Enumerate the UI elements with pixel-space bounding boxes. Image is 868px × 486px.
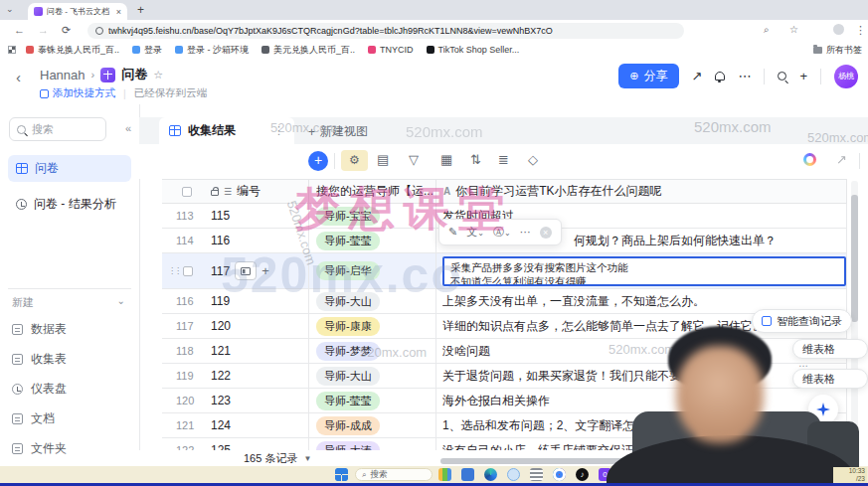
mentor-tag[interactable]: 导师-大山	[316, 367, 380, 386]
new-item-form[interactable]: 收集表	[12, 351, 67, 368]
new-item-folder[interactable]: 文件夹	[12, 440, 67, 457]
auto-format-icon[interactable]: Ⓐ⌄	[493, 225, 511, 240]
bookmark-star-icon[interactable]: ☆	[789, 24, 798, 35]
row-height-icon[interactable]: ≣	[498, 152, 509, 167]
lens-icon[interactable]: ⌕	[764, 24, 770, 36]
favorite-star-icon[interactable]: ☆	[153, 69, 163, 81]
smart-query-pill[interactable]: 智能查询记录	[752, 309, 852, 333]
refresh-icon[interactable]: ⟳	[62, 24, 71, 37]
notifications-bell-icon[interactable]	[715, 72, 725, 81]
create-plus-icon[interactable]: +	[799, 69, 807, 83]
forward-share-icon[interactable]: ↗	[692, 69, 703, 83]
search-icon[interactable]	[778, 72, 786, 81]
edge-icon[interactable]	[484, 468, 497, 481]
start-button-icon[interactable]	[335, 468, 348, 481]
close-icon[interactable]: ×	[540, 227, 552, 239]
chevron-down-icon[interactable]: ⌄	[117, 295, 125, 306]
sidebar-item-result-analysis[interactable]: 问卷 - 结果分析	[8, 191, 131, 218]
tiktok-icon[interactable]: ♪	[576, 468, 589, 481]
bookmark-item[interactable]: 美元兑换人民币_百..	[261, 44, 355, 57]
edit-pencil-icon[interactable]: ✎	[448, 226, 457, 239]
widgets-icon[interactable]	[438, 468, 451, 481]
breadcrumb-parent[interactable]: Hannah	[40, 68, 86, 82]
browser-tab[interactable]: 问卷 - 飞书云文档 ×	[28, 3, 127, 20]
sidebar-search-input[interactable]: 搜索	[9, 117, 106, 141]
mentor-tag[interactable]: 导师-莹莹	[316, 392, 380, 410]
view-tab-active[interactable]: 收集结果 ⋮	[159, 117, 294, 144]
chrome-icon[interactable]	[553, 468, 566, 481]
view-menu-icon[interactable]: ⋮	[273, 124, 284, 137]
all-bookmarks-button[interactable]: 所有书签	[813, 42, 862, 58]
column-header-mentor[interactable]: 接您的运营导师【运...	[308, 180, 435, 203]
new-item-document[interactable]: 文档	[12, 410, 55, 427]
answer-cell[interactable]: 海外仓报白相关操作	[442, 393, 846, 409]
answer-cell[interactable]: 采集产品拼多多没有搜索图片这个功能不知道怎么算利润有没有得赚	[442, 256, 846, 286]
collapse-sidebar-icon[interactable]: «	[125, 122, 131, 134]
back-chevron-icon[interactable]: ‹	[16, 69, 21, 85]
vertical-scrollbar-thumb[interactable]	[851, 195, 858, 322]
notes-icon[interactable]	[530, 468, 543, 481]
mentor-tag[interactable]: 导师-宝宝	[316, 207, 380, 226]
add-shortcut-button[interactable]: 添加快捷方式	[40, 86, 115, 100]
add-record-button[interactable]: +	[308, 151, 328, 171]
tab-close-icon[interactable]: ×	[116, 7, 121, 17]
answer-cell[interactable]: 关于退货问题，如果买家退货！我们只能不要货仅退款	[442, 368, 846, 385]
select-all-checkbox[interactable]	[182, 187, 192, 197]
site-info-icon[interactable]	[95, 27, 103, 35]
ai-assistant-icon[interactable]	[803, 153, 816, 166]
table-row[interactable]: ⋮⋮ 117 + 导师-启华 采集产品拼多多没有搜索图片这个功能不知道怎么算利润…	[162, 253, 847, 289]
sidebar-item-questionnaire[interactable]: 问卷	[8, 155, 131, 182]
user-avatar[interactable]: 杨桃	[834, 65, 858, 88]
more-options-icon[interactable]: ⋯	[520, 226, 531, 239]
bookmark-item[interactable]: TikTok Shop Seller...	[427, 45, 520, 55]
insert-record-button[interactable]: +	[261, 263, 269, 278]
paint-format-icon[interactable]: ◇	[528, 152, 538, 167]
base-template-pill-top[interactable]: 维表格	[792, 339, 868, 359]
calculator-icon[interactable]	[461, 468, 474, 481]
forward-icon[interactable]: →	[38, 24, 49, 36]
expand-record-button[interactable]	[235, 261, 257, 280]
answer-cell[interactable]: 上架多天没有出单，一直没流量，不知道怎么办。	[442, 293, 846, 310]
mentor-tag[interactable]: 导师-成成	[316, 416, 380, 435]
new-item-datatable[interactable]: 数据表	[12, 321, 67, 338]
bookmark-item[interactable]: 登录	[132, 44, 162, 57]
column-header-question[interactable]: A 你目前学习运营TK小店存在什么问题呢	[435, 180, 847, 203]
base-template-pill-bottom[interactable]: 维表格	[792, 369, 868, 389]
profile-avatar-icon[interactable]	[833, 24, 844, 35]
column-header-number[interactable]: ☰ 编号	[204, 180, 308, 203]
table-row[interactable]: ⋮⋮ 116 119 + 导师-大山 上架多天没有出单，一直没流量，不知道怎么办…	[162, 289, 847, 314]
caret-down-icon[interactable]: ▼	[303, 454, 311, 463]
tab-search-caret-icon[interactable]: ⌄	[6, 4, 14, 14]
mentor-tag[interactable]: 导师-大涛	[316, 441, 380, 451]
back-icon[interactable]: ←	[14, 24, 25, 36]
export-icon[interactable]: ↗	[836, 152, 847, 167]
more-menu-icon[interactable]: ⋯	[738, 69, 751, 83]
qq-icon[interactable]	[507, 468, 520, 481]
filter-icon[interactable]: ▽	[409, 152, 419, 167]
group-icon[interactable]: ▦	[440, 152, 452, 167]
mentor-tag[interactable]: 导师-莹莹	[316, 232, 380, 250]
new-item-dashboard[interactable]: 仪表盘	[12, 381, 67, 398]
mentor-tag[interactable]: 导师-梦梦	[316, 342, 380, 361]
new-tab-button[interactable]: +	[137, 3, 144, 17]
field-config-gear-icon[interactable]: ⚙	[341, 150, 368, 171]
bookmark-item[interactable]: TNYCID	[368, 45, 414, 55]
bookmark-item[interactable]: 登录 - 沙箱环境	[175, 44, 249, 57]
mentor-tag[interactable]: 导师-启华	[316, 261, 380, 280]
form-view-icon[interactable]: ▤	[377, 152, 389, 167]
answer-cell[interactable]: 没啥问题	[442, 343, 846, 360]
browser-menu-icon[interactable]: ⋮	[855, 24, 866, 37]
mentor-tag[interactable]: 导师-大山	[316, 292, 380, 311]
sort-icon[interactable]: ⇅	[470, 152, 481, 167]
share-button[interactable]: ⊕ 分享	[618, 64, 678, 88]
drag-handle-icon[interactable]: ⋮⋮	[168, 266, 180, 275]
row-checkbox[interactable]	[183, 266, 193, 276]
taskbar-search[interactable]: ⌕ 搜索	[355, 468, 433, 481]
new-view-button[interactable]: + 新建视图	[308, 123, 368, 140]
address-bar[interactable]: twhkvj4q95.feishu.cn/base/OqY7bJptXaK9J6…	[87, 23, 684, 39]
bookmark-item[interactable]: 泰铢兑换人民币_百..	[26, 44, 119, 57]
apps-grid-icon[interactable]	[8, 46, 16, 54]
saved-status: 已经保存到云端	[134, 86, 208, 100]
translate-icon[interactable]: 文⌄	[466, 225, 484, 240]
mentor-tag[interactable]: 导师-康康	[316, 317, 380, 336]
